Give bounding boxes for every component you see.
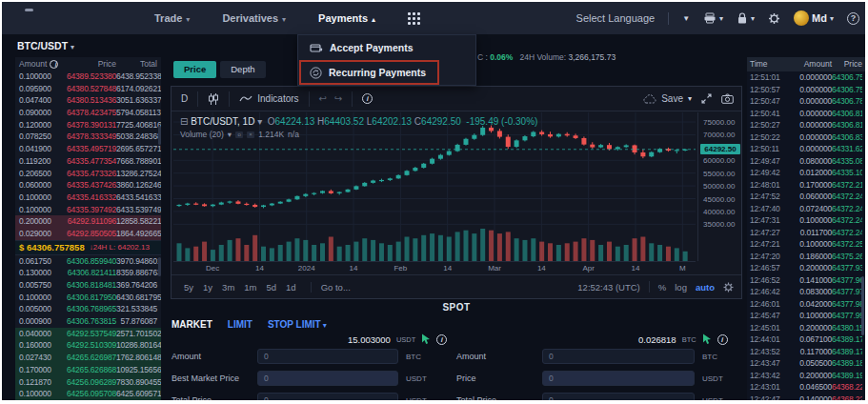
chevron-up-icon: ▴: [372, 15, 375, 24]
bid-row[interactable]: 0.10000064306.8179506430.681795: [15, 292, 161, 304]
bid-row[interactable]: 0.00575064306.818481369.764206: [15, 279, 161, 292]
nav-payments[interactable]: Payments▴: [318, 12, 375, 24]
ask-row[interactable]: 0.06000064335.4374263860.126246: [15, 179, 161, 192]
select-language[interactable]: Select Language: [576, 12, 656, 24]
menu-recurring-payments[interactable]: Recurring Payments: [298, 60, 475, 85]
bid-row[interactable]: 0.04000064292.5375492571.701502: [15, 328, 161, 340]
collapse-icon[interactable]: ⊟: [180, 116, 191, 127]
chart-clock[interactable]: 12:52:43 (UTC): [577, 282, 639, 293]
ask-row[interactable]: 0.10000064335.3974926433.539749: [15, 204, 161, 216]
sell-price-input[interactable]: 0: [542, 371, 695, 386]
settings-gear-icon[interactable]: [768, 12, 780, 25]
tab-stop-limit[interactable]: STOP LIMIT▾: [268, 319, 327, 330]
scrollbar-thumb[interactable]: [158, 257, 161, 276]
percent-scale-button[interactable]: %: [658, 282, 666, 293]
pair-selector[interactable]: BTC/USDT▾: [17, 40, 74, 51]
range-1m[interactable]: 1m: [239, 282, 261, 293]
apps-grid-icon[interactable]: [408, 12, 420, 25]
buy-best-market-price-input[interactable]: 0: [257, 371, 398, 386]
amount-cell: 0.067100: [788, 333, 832, 346]
app-logo[interactable]: [25, 9, 33, 11]
save-layout-button[interactable]: Save▾: [642, 93, 692, 104]
bid-row[interactable]: 0.16000064292.51030910286.801649: [15, 339, 161, 352]
cursor-icon[interactable]: [421, 333, 431, 345]
nav-trade[interactable]: Trade▾: [154, 12, 190, 24]
tab-price[interactable]: Price: [173, 61, 216, 78]
ask-row[interactable]: 0.10000064335.4163326433.541633: [15, 192, 161, 204]
range-1y[interactable]: 1y: [198, 282, 217, 293]
goto-button[interactable]: Go to...: [311, 282, 351, 293]
orders-icon[interactable]: ▾: [703, 12, 723, 24]
camera-icon[interactable]: [721, 93, 734, 104]
time-axis[interactable]: Dec14202414Feb14Mar14Apr14M: [173, 261, 696, 274]
chart-info-icon[interactable]: i: [362, 93, 373, 104]
price-axis[interactable]: 75000.0070000.0060000.0055000.0050000.00…: [697, 112, 741, 261]
price-cell: 64372.241915: [832, 203, 862, 215]
ask-row[interactable]: 0.09000064378.4234755794.058113: [15, 107, 161, 119]
trade-row: 12:46:420.08300064377.9708: [747, 286, 865, 298]
wallet-icon[interactable]: ▾: [737, 12, 755, 25]
info-icon[interactable]: i: [436, 334, 447, 345]
auto-scale-button[interactable]: auto: [696, 282, 715, 293]
legend-symbol[interactable]: BTC/USDT, 1D: [191, 116, 254, 127]
bid-row[interactable]: 0.00090064306.76381557.876087: [15, 315, 161, 328]
undo-icon[interactable]: ↩: [319, 93, 327, 104]
ask-row[interactable]: 0.10000064389.5233806438.952338: [15, 71, 161, 83]
range-5d[interactable]: 5d: [262, 282, 282, 293]
scrollbar-thumb[interactable]: [158, 126, 161, 145]
bid-row[interactable]: 0.00500064306.768965321.533845: [15, 303, 161, 315]
bid-row[interactable]: 0.10000064256.0957086425.609571: [15, 388, 161, 400]
bid-row[interactable]: 0.13000064306.8214118359.886763: [15, 267, 161, 279]
ask-row[interactable]: 0.04740064380.5134363051.636337: [15, 94, 161, 107]
ask-row[interactable]: 0.11920064335.4773547668.788901: [15, 155, 161, 168]
ask-row[interactable]: 0.07825064378.3333495038.248368: [15, 131, 161, 143]
bid-row[interactable]: 0.12187064256.0962897830.890455: [15, 376, 161, 389]
eye-icon[interactable]: o: [235, 131, 243, 138]
log-scale-button[interactable]: log: [675, 282, 687, 293]
ask-row[interactable]: 0.20650064335.47332613286.275242: [15, 168, 161, 180]
ask-row[interactable]: 0.12000064378.3901317725.406816: [15, 119, 161, 131]
trade-row: 12:50:570.00000064306.757858: [747, 84, 865, 96]
tab-market[interactable]: MARKET: [172, 319, 212, 330]
total-cell: 369.764206: [116, 279, 157, 292]
scrollbar-thumb[interactable]: [861, 276, 864, 335]
sell-amount-input[interactable]: 0: [542, 349, 695, 364]
language-caret-icon[interactable]: ▼: [682, 14, 690, 23]
buy-total-price-input[interactable]: 0: [257, 393, 398, 400]
ask-row[interactable]: 0.20000064292.91109612858.582219: [15, 215, 161, 228]
candle-style-icon[interactable]: [208, 93, 219, 105]
menu-accept-payments[interactable]: Accept Payments: [298, 35, 475, 60]
amount-cell: 0.186000: [788, 251, 832, 263]
total-cell: 7668.788901: [116, 155, 161, 168]
nav-derivatives[interactable]: Derivatives▾: [222, 12, 286, 24]
range-5y[interactable]: 5y: [179, 282, 198, 293]
bid-row[interactable]: 0.02743064265.6269871762.806148: [15, 352, 161, 364]
indicators-button[interactable]: Indicators: [239, 93, 298, 104]
user-menu[interactable]: Md ▾: [794, 10, 834, 26]
bid-row[interactable]: 0.06175064306.8599403970.948601: [15, 255, 161, 268]
info-icon[interactable]: i: [717, 334, 728, 345]
ask-row[interactable]: 0.02900064292.8505051864.492665: [15, 228, 161, 240]
sell-total-price-input[interactable]: 0: [542, 393, 695, 400]
bid-row[interactable]: 0.17000064265.62686810925.156568: [15, 364, 161, 376]
ask-row[interactable]: 0.09590064380.5278486174.092621: [15, 83, 161, 95]
help-icon[interactable]: ?: [847, 12, 859, 25]
tab-limit[interactable]: LIMIT: [228, 319, 252, 330]
close-icon[interactable]: ×: [247, 131, 254, 138]
sell-balance-unit: BTC: [682, 335, 696, 344]
tab-depth[interactable]: Depth: [220, 61, 265, 78]
range-1d[interactable]: 1d: [281, 282, 301, 293]
interval-button[interactable]: D: [181, 93, 188, 104]
volume-legend: Volume (20) ▾ o × 1.214K n/a: [180, 130, 299, 139]
cursor-icon[interactable]: [702, 333, 712, 345]
chart-toolbar: D Indicators ↩↪ i Save▾: [172, 87, 741, 111]
price-cell: 64389.1752: [832, 346, 862, 358]
ask-row[interactable]: 0.04190064335.4957192695.657271: [15, 143, 161, 155]
fullscreen-icon[interactable]: [701, 93, 712, 104]
info-icon[interactable]: i: [50, 60, 58, 69]
buy-amount-input[interactable]: 0: [257, 349, 398, 364]
redo-icon[interactable]: ↪: [334, 93, 342, 104]
axis-settings-gear-icon[interactable]: [723, 282, 734, 293]
volume-indicator-label[interactable]: Volume (20): [180, 130, 224, 139]
range-3m[interactable]: 3m: [217, 282, 239, 293]
